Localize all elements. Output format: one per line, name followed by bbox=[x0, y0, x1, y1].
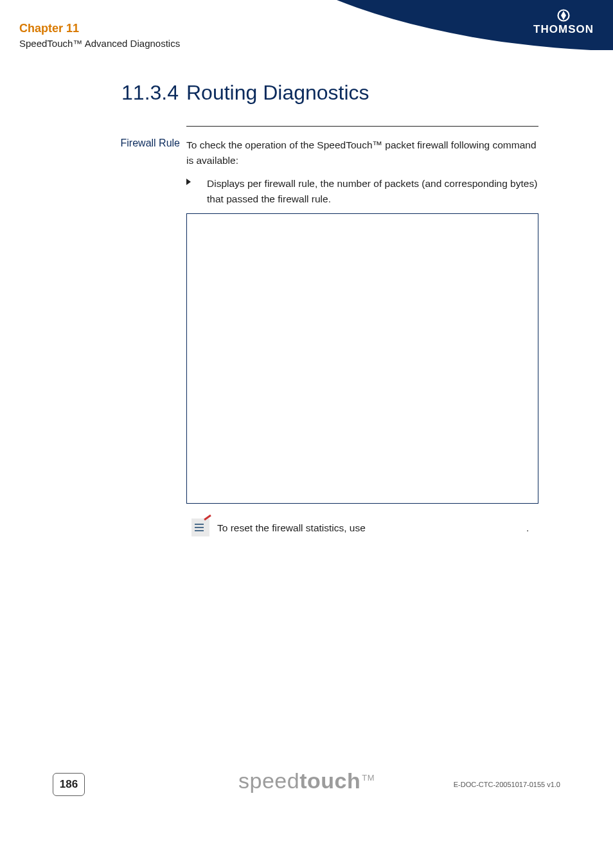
section-rule bbox=[186, 126, 538, 127]
thomson-logo: THOMSON bbox=[533, 9, 594, 36]
note-row: To reset the firewall statistics, use. bbox=[186, 517, 538, 544]
thomson-logo-text: THOMSON bbox=[533, 23, 594, 35]
bullet-row: Displays per firewall rule, the number o… bbox=[186, 176, 538, 207]
speedtouch-logo-tm: TM bbox=[362, 773, 375, 783]
section-heading: 11.3.4Routing Diagnostics bbox=[114, 81, 369, 105]
speedtouch-logo-light: speed bbox=[238, 768, 299, 793]
speedtouch-logo-bold: touch bbox=[299, 768, 360, 793]
margin-label-firewall-rule: Firewall Rule bbox=[113, 137, 180, 149]
note-text: To reset the firewall statistics, use. bbox=[217, 522, 538, 534]
thomson-logo-icon bbox=[556, 9, 571, 22]
document-id: E-DOC-CTC-20051017-0155 v1.0 bbox=[454, 781, 560, 788]
note-icon bbox=[191, 518, 209, 536]
bullet-text: Displays per firewall rule, the number o… bbox=[207, 176, 538, 207]
code-example-box bbox=[186, 213, 538, 504]
section-number: 11.3.4 bbox=[114, 81, 179, 105]
section-title: Routing Diagnostics bbox=[186, 81, 369, 104]
intro-paragraph: To check the operation of the SpeedTouch… bbox=[186, 137, 538, 168]
chapter-block: Chapter 11 SpeedTouch™ Advanced Diagnost… bbox=[19, 22, 180, 49]
bullet-triangle-icon bbox=[186, 179, 191, 185]
note-text-suffix: . bbox=[526, 522, 529, 533]
chapter-subtitle: SpeedTouch™ Advanced Diagnostics bbox=[19, 38, 180, 49]
chapter-title: Chapter 11 bbox=[19, 22, 180, 35]
note-text-prefix: To reset the firewall statistics, use bbox=[217, 522, 366, 533]
